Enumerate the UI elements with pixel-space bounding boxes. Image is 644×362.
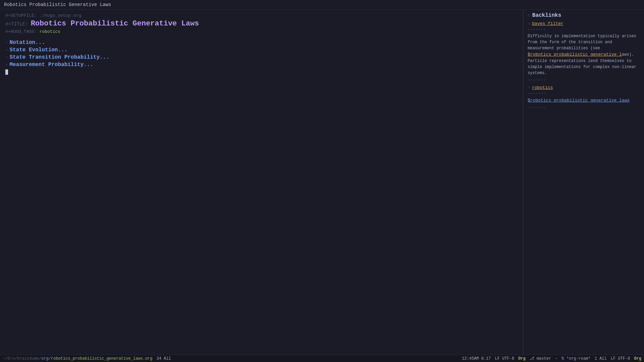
separator-2b: ------- xyxy=(528,105,640,110)
title-line: #+TITLE: Robotics Probabilistic Generati… xyxy=(5,19,518,28)
backlinks-header-bullet: ○ xyxy=(528,13,530,18)
cursor-line xyxy=(5,69,518,75)
backlink-body-text-1: Difficulty in implementation typically a… xyxy=(528,33,640,76)
status-path-dir: org/ xyxy=(41,356,51,361)
backlinks-title: Backlinks xyxy=(532,12,561,18)
outline-bullet: ◦ xyxy=(5,47,8,53)
outline-item: ◦State Transition Probability... xyxy=(5,54,518,60)
backlink-body-text-2: $robotics_probabilistic_generative_laws xyxy=(528,97,640,104)
status-mode-org2: Org xyxy=(634,356,641,361)
outline-bullet: ◦ xyxy=(5,40,8,45)
hugo-tags-value: robotics xyxy=(39,29,60,34)
outline-item: ◦Measurement Probability... xyxy=(5,62,518,68)
status-path-file: robotics_probabilistic_generative_laws.o… xyxy=(51,356,152,361)
outline-item-label: Notation... xyxy=(9,40,45,46)
backlink-body-link-1[interactable]: $robotics_probabilistic_generative_l xyxy=(528,52,622,57)
outline-item: ◦State Evolution... xyxy=(5,47,518,53)
separator-1: ------- xyxy=(528,27,640,32)
separator-2: ------- xyxy=(528,91,640,96)
robotics-link[interactable]: robotics xyxy=(532,85,553,90)
outline-item-label: Measurement Probability... xyxy=(9,62,93,68)
backlink-entry-robotics-header: ○ robotics xyxy=(528,85,640,90)
status-right: 12:45AM 0.17 LF UTF-8 Org ⎇ master - % *… xyxy=(462,356,641,361)
status-left: ~/D/o/braindump/org/robotics_probabilist… xyxy=(3,356,171,361)
hugo-tags-line: #+HUGO_TAGS: robotics xyxy=(5,29,518,34)
backlinks-header: ○ Backlinks xyxy=(528,12,640,18)
bayes-filter-link[interactable]: bayes_filter xyxy=(532,21,564,26)
status-separator: - xyxy=(555,356,557,361)
separator-1b: ------- xyxy=(528,77,640,82)
status-branch: ⎇ master xyxy=(530,356,551,361)
status-page: 1 All xyxy=(595,356,607,361)
outline-bullet: ◦ xyxy=(5,62,8,67)
document-title: Robotics Probabilistic Generative Laws xyxy=(31,19,199,28)
backlink-special-link[interactable]: $robotics_probabilistic_generative_laws xyxy=(528,98,630,103)
backlink-entry-bullet: ○ xyxy=(528,21,530,26)
status-time: 12:45AM 0.17 xyxy=(462,356,491,361)
setupfile-line: #+SETUPFILE: ./hugo_setup.org xyxy=(5,13,518,18)
backlink-robotics-bullet: ○ xyxy=(528,85,530,90)
backlink-entry-header: ○ bayes_filter xyxy=(528,21,640,26)
status-roam-mode: % *org-roam* xyxy=(561,356,590,361)
status-path-prefix: ~/D/o/braindump/ xyxy=(3,356,41,361)
backlink-entry-robotics: ○ robotics ------- $robotics_probabilist… xyxy=(528,85,640,110)
outline-item-label: State Evolution... xyxy=(9,47,67,53)
roam-title-text: Robotics Probabilistic Generative Laws xyxy=(4,2,111,7)
title-prefix: #+TITLE: xyxy=(5,21,31,27)
outline-item: ◦Notation... xyxy=(5,40,518,46)
editor-pane[interactable]: #+SETUPFILE: ./hugo_setup.org #+TITLE: R… xyxy=(0,10,523,355)
status-mode-org: Org xyxy=(518,356,526,361)
roam-title-bar: Robotics Probabilistic Generative Laws xyxy=(0,0,644,10)
outline-list: ◦Notation...◦State Evolution...◦State Tr… xyxy=(5,40,518,68)
outline-item-label: State Transition Probability... xyxy=(9,54,109,60)
side-pane: ○ Backlinks ○ bayes_filter ------- Diffi… xyxy=(523,10,644,355)
backlink-entry-bayes-filter: ○ bayes_filter ------- Difficulty in imp… xyxy=(528,21,640,82)
cursor-block xyxy=(5,69,8,75)
status-info: 34 All xyxy=(156,356,171,361)
backlink-body-text-1-prefix: Difficulty in implementation typically a… xyxy=(528,34,636,51)
status-encoding2: LF UTF-8 xyxy=(611,356,630,361)
status-encoding: LF UTF-8 xyxy=(495,356,515,361)
outline-bullet: ◦ xyxy=(5,55,8,60)
status-bar: ~/D/o/braindump/org/robotics_probabilist… xyxy=(0,355,644,362)
